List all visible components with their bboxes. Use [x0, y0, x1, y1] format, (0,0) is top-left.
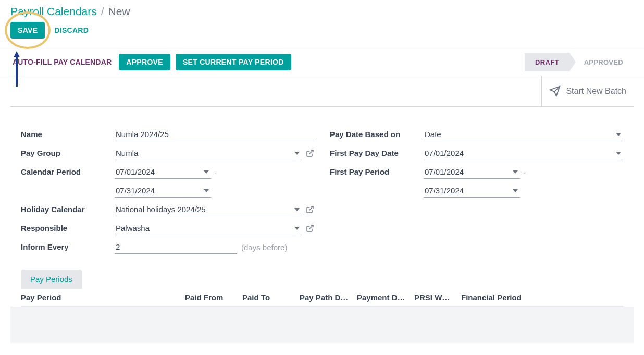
pay-group-label: Pay Group: [21, 146, 115, 157]
calendar-period-from-input[interactable]: [115, 165, 211, 179]
holiday-calendar-label: Holiday Calendar: [21, 203, 115, 214]
first-pay-day-date-input[interactable]: [424, 146, 623, 160]
paper-plane-icon: [549, 85, 561, 97]
name-input[interactable]: [115, 128, 314, 141]
save-button[interactable]: SAVE: [10, 22, 45, 39]
inform-every-label: Inform Every: [21, 240, 115, 251]
status-approved[interactable]: APPROVED: [569, 53, 634, 71]
form-grid: Name Pay Group Calendar: [10, 107, 634, 270]
inform-every-suffix: (days before): [241, 243, 287, 252]
th-paid-to: Paid To: [242, 293, 300, 302]
date-range-separator: -: [214, 168, 217, 177]
th-financial-period: Financial Period: [461, 293, 623, 302]
first-pay-period-from-input[interactable]: [424, 165, 520, 179]
form-column-left: Name Pay Group Calendar: [21, 128, 314, 254]
breadcrumb-separator: /: [101, 5, 104, 18]
start-new-batch-label: Start New Batch: [566, 87, 626, 96]
inform-every-input[interactable]: [115, 240, 237, 254]
responsible-select[interactable]: [115, 222, 302, 235]
toolbar: AUTO-FILL PAY CALENDAR APPROVE SET CURRE…: [0, 48, 644, 76]
status-draft[interactable]: DRAFT: [525, 53, 569, 71]
empty-table-area: [10, 307, 634, 343]
pay-group-select[interactable]: [115, 146, 302, 160]
calendar-period-label: Calendar Period: [21, 165, 115, 176]
calendar-period-to-input[interactable]: [115, 184, 211, 198]
first-pay-day-date-label: First Pay Day Date: [330, 146, 424, 157]
pay-periods-table-header: Pay Period Paid From Paid To Pay Path D……: [21, 289, 623, 307]
name-label: Name: [21, 128, 115, 139]
th-pay-period: Pay Period: [21, 293, 185, 302]
breadcrumb-root-link[interactable]: Payroll Calendars: [10, 5, 97, 18]
external-link-icon[interactable]: [306, 149, 314, 157]
autofill-pay-calendar-link[interactable]: AUTO-FILL PAY CALENDAR: [10, 55, 114, 69]
svg-line-4: [309, 225, 313, 229]
breadcrumb: Payroll Calendars / New: [0, 0, 644, 20]
status-bar: DRAFT APPROVED: [525, 53, 634, 71]
set-current-pay-period-button[interactable]: SET CURRENT PAY PERIOD: [176, 54, 291, 70]
svg-line-2: [309, 150, 313, 154]
first-pay-period-label: First Pay Period: [330, 165, 424, 176]
date-range-separator: -: [523, 168, 526, 177]
pay-date-based-on-select[interactable]: [424, 128, 623, 141]
first-pay-period-to-input[interactable]: [424, 184, 520, 198]
batch-bar: Start New Batch: [10, 76, 634, 107]
external-link-icon[interactable]: [306, 224, 314, 232]
th-paid-from: Paid From: [185, 293, 242, 302]
tab-pay-periods[interactable]: Pay Periods: [21, 270, 82, 289]
action-row: SAVE DISCARD: [0, 20, 644, 48]
start-new-batch-button[interactable]: Start New Batch: [541, 76, 634, 106]
breadcrumb-current: New: [108, 5, 130, 18]
holiday-calendar-select[interactable]: [115, 203, 302, 216]
th-payment-date: Payment D…: [357, 293, 414, 302]
approve-button[interactable]: APPROVE: [119, 54, 170, 70]
th-prsi-week: PRSI W…: [414, 293, 461, 302]
form-column-right: Pay Date Based on First Pay Day Date: [330, 128, 623, 254]
external-link-icon[interactable]: [306, 205, 314, 214]
save-highlight-annotation: SAVE: [10, 22, 45, 39]
responsible-label: Responsible: [21, 222, 115, 232]
pay-date-based-on-label: Pay Date Based on: [330, 128, 424, 139]
svg-line-3: [309, 206, 313, 210]
th-pay-path-date: Pay Path D…: [300, 293, 357, 302]
discard-button[interactable]: DISCARD: [52, 22, 91, 39]
